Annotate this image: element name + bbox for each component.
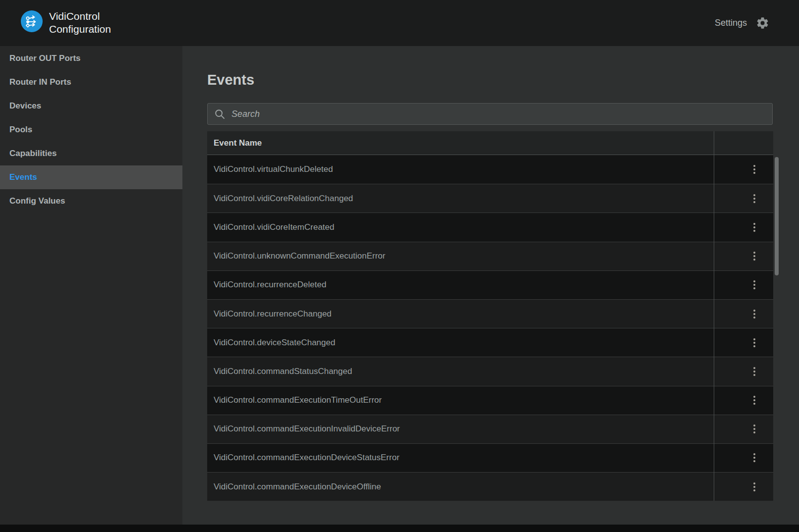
table-row: VidiControl.virtualChunkDeleted: [207, 155, 773, 184]
sidebar-item-label: Capabilities: [9, 149, 57, 159]
table-body: VidiControl.virtualChunkDeleted VidiCont…: [207, 155, 773, 501]
table-row: VidiControl.unknownCommandExecutionError: [207, 242, 773, 270]
search-input[interactable]: [231, 109, 765, 119]
sidebar-item-label: Devices: [9, 101, 41, 111]
kebab-menu-button[interactable]: [747, 220, 761, 235]
table-row: VidiControl.commandStatusChanged: [207, 357, 773, 385]
kebab-dot: [753, 453, 755, 455]
event-name-cell: VidiControl.recurrenceChanged: [214, 309, 332, 319]
event-name-cell: VidiControl.deviceStateChanged: [214, 338, 335, 348]
kebab-dot: [753, 431, 755, 433]
table-row: VidiControl.commandExecutionDeviceOfflin…: [207, 472, 773, 501]
sidebar-item-config-values[interactable]: Config Values: [0, 189, 182, 213]
kebab-dot: [753, 313, 755, 315]
event-name-cell: VidiControl.commandExecutionInvalidDevic…: [214, 424, 400, 434]
kebab-menu-button[interactable]: [747, 307, 761, 321]
kebab-dot: [753, 403, 755, 405]
events-table: Event Name VidiControl.virtualChunkDelet…: [207, 131, 773, 501]
sidebar-item-label: Config Values: [9, 196, 65, 206]
scrollbar-thumb[interactable]: [775, 157, 779, 275]
event-name-cell: VidiControl.virtualChunkDeleted: [214, 164, 333, 174]
sidebar-item-router-in-ports[interactable]: Router IN Ports: [0, 70, 182, 94]
event-name-cell: VidiControl.recurrenceDeleted: [214, 280, 326, 290]
kebab-menu-button[interactable]: [747, 249, 761, 264]
kebab-dot: [753, 345, 755, 347]
kebab-dot: [753, 482, 755, 484]
app-title-line2: Configuration: [49, 23, 111, 36]
header-actions: Settings: [715, 0, 769, 46]
bottom-bar: [0, 525, 799, 532]
event-name-cell: VidiControl.commandExecutionDeviceStatus…: [214, 453, 400, 463]
kebab-dot: [753, 252, 755, 254]
kebab-dot: [753, 374, 755, 376]
kebab-dot: [753, 259, 755, 261]
kebab-dot: [753, 399, 755, 401]
settings-link[interactable]: Settings: [715, 18, 747, 28]
table-row: VidiControl.vidiCoreItemCreated: [207, 213, 773, 241]
kebab-menu-button[interactable]: [747, 422, 761, 436]
kebab-dot: [753, 367, 755, 369]
kebab-dot: [753, 425, 755, 426]
sidebar-item-capabilities[interactable]: Capabilities: [0, 142, 182, 165]
kebab-menu-button[interactable]: [747, 162, 761, 177]
event-name-cell: VidiControl.commandExecutionTimeOutError: [214, 395, 382, 405]
sidebar-item-pools[interactable]: Pools: [0, 118, 182, 142]
flow-routing-icon: [24, 14, 39, 29]
search-icon: [215, 109, 225, 119]
kebab-menu-button[interactable]: [747, 479, 761, 494]
kebab-menu-button[interactable]: [747, 393, 761, 408]
kebab-dot: [753, 226, 755, 228]
kebab-menu-button[interactable]: [747, 450, 761, 465]
kebab-dot: [753, 230, 755, 232]
table-row: VidiControl.commandExecutionDeviceStatus…: [207, 443, 773, 472]
sidebar-item-router-out-ports[interactable]: Router OUT Ports: [0, 47, 182, 70]
app-title: VidiControl Configuration: [49, 10, 111, 36]
table-row: VidiControl.recurrenceDeleted: [207, 270, 773, 299]
event-name-cell: VidiControl.commandExecutionDeviceOfflin…: [214, 482, 381, 492]
kebab-dot: [753, 198, 755, 200]
kebab-dot: [753, 223, 755, 225]
table-row: VidiControl.commandExecutionTimeOutError: [207, 386, 773, 415]
kebab-dot: [753, 165, 755, 167]
column-divider: [714, 131, 714, 501]
kebab-dot: [753, 317, 755, 319]
kebab-dot: [753, 396, 755, 398]
kebab-menu-button[interactable]: [747, 335, 761, 350]
kebab-menu-button[interactable]: [747, 191, 761, 206]
kebab-dot: [753, 486, 755, 488]
app-title-line1: VidiControl: [49, 10, 111, 23]
column-header-event-name: Event Name: [214, 138, 262, 148]
sidebar-item-events[interactable]: Events: [0, 165, 182, 189]
table-header: Event Name: [207, 131, 773, 155]
sidebar-item-label: Router OUT Ports: [9, 53, 81, 63]
kebab-dot: [753, 428, 755, 430]
sidebar-item-label: Router IN Ports: [9, 77, 71, 87]
kebab-dot: [753, 168, 755, 170]
table-row: VidiControl.recurrenceChanged: [207, 299, 773, 328]
event-name-cell: VidiControl.commandStatusChanged: [214, 367, 352, 376]
kebab-dot: [753, 172, 755, 174]
kebab-dot: [753, 338, 755, 340]
kebab-dot: [753, 194, 755, 196]
search-box: [207, 103, 773, 125]
page-title: Events: [207, 72, 254, 88]
sidebar-item-devices[interactable]: Devices: [0, 94, 182, 118]
event-name-cell: VidiControl.vidiCoreRelationChanged: [214, 194, 353, 204]
app-header: VidiControl Configuration Settings: [0, 0, 799, 46]
kebab-dot: [753, 342, 755, 344]
kebab-dot: [753, 460, 755, 462]
kebab-dot: [753, 287, 755, 289]
kebab-dot: [753, 201, 755, 203]
kebab-menu-button[interactable]: [747, 364, 761, 379]
kebab-dot: [753, 280, 755, 282]
event-name-cell: VidiControl.vidiCoreItemCreated: [214, 222, 334, 232]
kebab-dot: [753, 371, 755, 372]
table-row: VidiControl.deviceStateChanged: [207, 328, 773, 357]
kebab-dot: [753, 457, 755, 459]
event-name-cell: VidiControl.unknownCommandExecutionError: [214, 251, 385, 261]
kebab-menu-button[interactable]: [747, 277, 761, 292]
kebab-dot: [753, 255, 755, 257]
table-row: VidiControl.vidiCoreRelationChanged: [207, 184, 773, 213]
kebab-dot: [753, 489, 755, 491]
gear-icon[interactable]: [756, 16, 769, 30]
